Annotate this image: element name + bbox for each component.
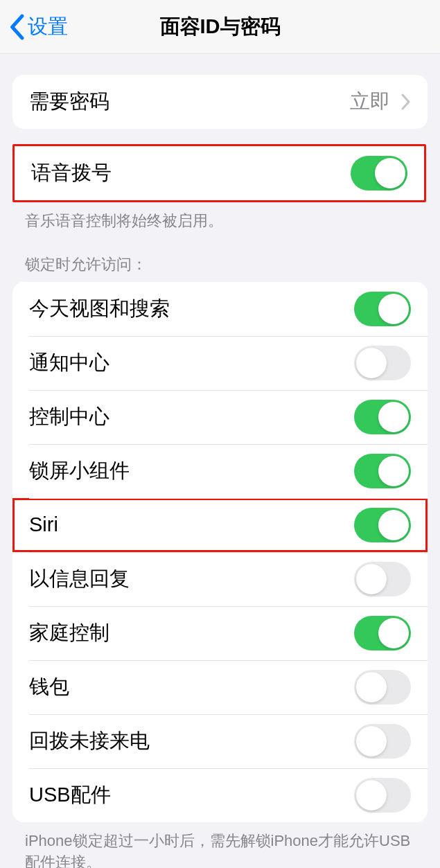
- locked-access-item-toggle[interactable]: [354, 400, 411, 434]
- locked-access-item-label: 今天视图和搜索: [29, 295, 170, 323]
- locked-access-item-label: 控制中心: [29, 403, 109, 431]
- locked-access-item-label: Siri: [29, 513, 58, 536]
- toggle-knob: [356, 672, 387, 702]
- voice-dial-footer: 音乐语音控制将始终被启用。: [0, 202, 440, 232]
- voice-dial-toggle[interactable]: [351, 156, 407, 191]
- toggle-knob: [356, 780, 387, 811]
- locked-access-item-toggle[interactable]: [354, 616, 411, 650]
- toggle-knob: [378, 618, 409, 648]
- locked-access-item-label: 以信息回复: [29, 565, 130, 593]
- locked-access-row: 以信息回复: [12, 552, 428, 606]
- back-label: 设置: [28, 13, 68, 41]
- voice-dial-group: 语音拨号: [12, 144, 426, 202]
- back-button[interactable]: 设置: [0, 13, 68, 41]
- locked-access-row: 家庭控制: [12, 606, 428, 660]
- locked-access-item-label: 家庭控制: [29, 619, 109, 647]
- require-passcode-value: 立即: [350, 88, 411, 116]
- locked-access-row: 通知中心: [12, 336, 428, 390]
- locked-access-item-label: USB配件: [29, 781, 111, 809]
- locked-access-item-toggle[interactable]: [354, 292, 411, 326]
- content: 需要密码 立即 语音拨号 音乐语音控制将始终被启用。 锁定时允许访问： 今天视图…: [0, 75, 440, 868]
- toggle-knob: [375, 158, 405, 188]
- locked-access-item-toggle[interactable]: [354, 778, 411, 813]
- locked-access-row: Siri: [12, 498, 428, 552]
- locked-access-item-label: 钱包: [29, 673, 69, 701]
- locked-access-item-toggle[interactable]: [354, 670, 411, 705]
- chevron-right-icon: [401, 94, 411, 110]
- require-passcode-row[interactable]: 需要密码 立即: [12, 75, 428, 129]
- locked-access-row: 回拨未接来电: [12, 714, 428, 768]
- locked-access-row: USB配件: [12, 768, 428, 822]
- locked-access-item-toggle[interactable]: [354, 562, 411, 596]
- locked-access-item-toggle[interactable]: [354, 454, 411, 488]
- voice-dial-row: 语音拨号: [15, 146, 424, 200]
- chevron-left-icon: [8, 14, 25, 40]
- locked-access-row: 钱包: [12, 660, 428, 714]
- voice-dial-label: 语音拨号: [31, 159, 112, 187]
- toggle-knob: [378, 510, 409, 540]
- locked-access-item-toggle[interactable]: [354, 508, 411, 542]
- locked-access-row: 锁屏小组件: [12, 444, 428, 498]
- toggle-knob: [356, 564, 387, 594]
- locked-access-group: 今天视图和搜索通知中心控制中心锁屏小组件Siri以信息回复家庭控制钱包回拨未接来…: [12, 282, 428, 822]
- toggle-knob: [356, 348, 387, 378]
- page-title: 面容ID与密码: [160, 13, 281, 41]
- locked-access-item-label: 回拨未接来电: [29, 727, 150, 755]
- toggle-knob: [356, 726, 387, 756]
- require-passcode-label: 需要密码: [29, 88, 109, 116]
- locked-access-item-toggle[interactable]: [354, 724, 411, 759]
- locked-access-item-label: 锁屏小组件: [29, 457, 130, 485]
- locked-access-footer: iPhone锁定超过一小时后，需先解锁iPhone才能允许USB配件连接。: [0, 822, 440, 868]
- locked-access-header: 锁定时允许访问：: [0, 232, 440, 282]
- toggle-knob: [378, 294, 409, 324]
- toggle-knob: [378, 402, 409, 432]
- nav-bar: 设置 面容ID与密码: [0, 0, 440, 54]
- locked-access-row: 今天视图和搜索: [12, 282, 428, 336]
- locked-access-item-toggle[interactable]: [354, 346, 411, 380]
- locked-access-item-label: 通知中心: [29, 349, 109, 377]
- toggle-knob: [378, 456, 409, 486]
- locked-access-row: 控制中心: [12, 390, 428, 444]
- require-passcode-group: 需要密码 立即: [12, 75, 428, 129]
